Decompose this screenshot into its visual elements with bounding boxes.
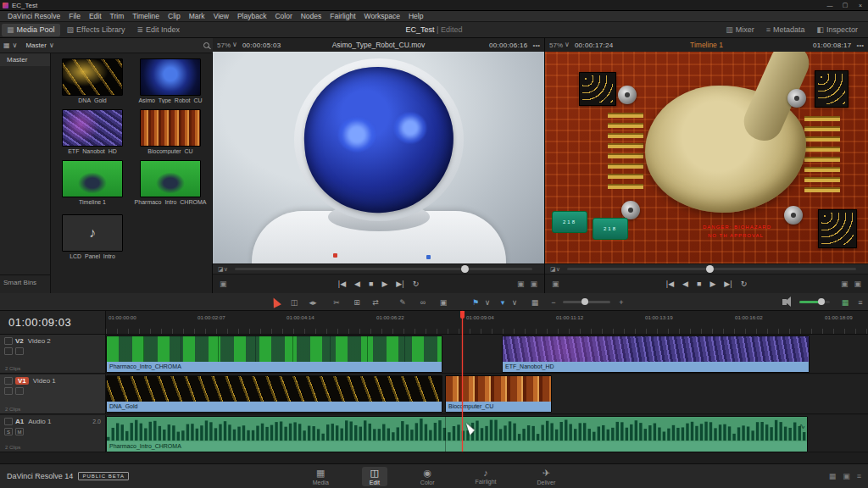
- source-play-reverse-button[interactable]: ◀: [354, 280, 360, 288]
- thumbnail-view-icon[interactable]: ▦: [3, 42, 10, 49]
- audio-level-slider[interactable]: [799, 301, 830, 303]
- menu-timeline[interactable]: Timeline: [128, 12, 164, 20]
- source-mark-out-icon[interactable]: ▣: [530, 280, 537, 288]
- source-options-kebab-icon[interactable]: •••: [533, 42, 540, 49]
- zoom-slider-knob[interactable]: [581, 298, 588, 305]
- timeline-zoom-chevron-icon[interactable]: ∨: [565, 42, 570, 48]
- search-icon[interactable]: [203, 42, 209, 48]
- smart-bins-section[interactable]: Smart Bins: [0, 274, 51, 290]
- flag-chevron-icon[interactable]: ∨: [480, 296, 495, 308]
- audio-level-knob[interactable]: [818, 298, 825, 305]
- effects-library-toggle[interactable]: ▧ Effects Library: [62, 24, 131, 36]
- edit-index-toggle[interactable]: ≣ Edit Index: [131, 24, 185, 36]
- menu-fairlight[interactable]: Fairlight: [326, 12, 359, 20]
- menu-view[interactable]: View: [209, 12, 233, 20]
- insert-edit-button[interactable]: ⊞: [349, 296, 364, 308]
- source-jog-bar[interactable]: ◪ ∨: [213, 263, 544, 274]
- inspector-toggle[interactable]: ◧ Inspector: [811, 24, 863, 36]
- timeline-video-frame[interactable]: 218 218 DANGER: BIOHAZARD NO TH APPROVAL: [545, 52, 868, 263]
- media-clip[interactable]: Pharmaco_Intro_CHROMA: [134, 160, 207, 205]
- timeline-play-reverse-button[interactable]: ◀: [682, 280, 688, 288]
- source-zoom-level[interactable]: 57%: [217, 42, 231, 49]
- source-video-frame[interactable]: [213, 52, 544, 263]
- source-play-button[interactable]: ▶: [381, 280, 387, 288]
- menu-file[interactable]: File: [64, 12, 85, 20]
- close-button[interactable]: ×: [853, 0, 868, 10]
- track-lane-a1[interactable]: Pharmaco_Intro_CHROMA ∿: [106, 415, 868, 452]
- timeline-stop-button[interactable]: ■: [697, 280, 701, 288]
- media-pool-toggle[interactable]: ▦ Media Pool: [2, 24, 60, 36]
- menu-edit[interactable]: Edit: [85, 12, 106, 20]
- menu-clip[interactable]: Clip: [164, 12, 185, 20]
- media-clip[interactable]: DNA_Gold: [56, 58, 129, 103]
- timeline-view-mode-icon[interactable]: ◪: [550, 266, 556, 273]
- mute-button[interactable]: M: [15, 428, 24, 435]
- timeline-gang-icon[interactable]: ▣: [552, 280, 559, 288]
- source-gang-icon[interactable]: ▣: [220, 280, 227, 288]
- timeline-jog-bar[interactable]: ◪ ∨: [545, 263, 868, 274]
- track-enable-icon[interactable]: [15, 387, 24, 395]
- marker-chevron-icon[interactable]: ∨: [507, 296, 522, 308]
- menu-color[interactable]: Color: [270, 12, 296, 20]
- media-clip[interactable]: Timeline 1: [56, 160, 129, 205]
- mixer-toggle[interactable]: ▥ Mixer: [721, 24, 760, 36]
- menu-workspace[interactable]: Workspace: [360, 12, 404, 20]
- view-options-chevron-icon[interactable]: ∨: [13, 42, 18, 49]
- timeline-view-chevron-icon[interactable]: ∨: [556, 266, 560, 272]
- timeline-last-frame-button[interactable]: ▶|: [724, 280, 732, 288]
- timeline-clip-etf-nanobot[interactable]: ETF_Nanobot_HD: [502, 336, 810, 373]
- page-media[interactable]: ▦ Media: [305, 467, 337, 486]
- timeline-play-button[interactable]: ▶: [709, 280, 715, 288]
- timeline-zoom-slider[interactable]: [563, 301, 610, 303]
- auto-select-icon[interactable]: [4, 347, 13, 355]
- menu-nodes[interactable]: Nodes: [297, 12, 326, 20]
- page-deliver[interactable]: ✈ Deliver: [529, 467, 563, 486]
- track-header-v2[interactable]: V2 Video 2 2 Clips: [0, 335, 106, 374]
- media-clip[interactable]: ♪ LCD_Panel_Intro: [56, 214, 129, 259]
- bin-item-master[interactable]: Master: [0, 53, 50, 66]
- snapping-button[interactable]: ▣: [436, 296, 451, 308]
- menu-mark[interactable]: Mark: [185, 12, 209, 20]
- pen-tool-button[interactable]: ✎: [395, 296, 410, 308]
- timeline-clip-pharmaco-v2[interactable]: Pharmaco_Intro_CHROMA: [106, 336, 442, 373]
- minimize-button[interactable]: —: [822, 0, 837, 10]
- selection-tool-button[interactable]: [268, 296, 283, 308]
- menu-davinci-resolve[interactable]: DaVinci Resolve: [3, 12, 64, 20]
- metadata-toggle[interactable]: ≡ Metadata: [761, 24, 810, 36]
- timeline-options-kebab-icon[interactable]: •••: [857, 42, 864, 49]
- track-enable-icon[interactable]: [15, 347, 24, 355]
- bin-path[interactable]: Master: [25, 42, 46, 49]
- timeline-scrub-handle[interactable]: [706, 265, 714, 273]
- menu-help[interactable]: Help: [404, 12, 427, 20]
- page-edit[interactable]: ◫ Edit: [362, 467, 387, 486]
- menu-trim[interactable]: Trim: [106, 12, 129, 20]
- source-first-frame-button[interactable]: |◀: [338, 280, 346, 288]
- timeline-loop-button[interactable]: ↻: [741, 280, 748, 288]
- solo-button[interactable]: S: [4, 428, 13, 435]
- lock-icon[interactable]: [4, 418, 13, 425]
- source-loop-button[interactable]: ↻: [413, 280, 420, 288]
- page-color[interactable]: ◉ Color: [413, 467, 442, 486]
- timeline-zoom-level[interactable]: 57%: [549, 42, 563, 49]
- source-mark-in-icon[interactable]: ▣: [517, 280, 525, 288]
- dynamic-trim-button[interactable]: ◂▸: [305, 296, 320, 308]
- auto-select-icon[interactable]: [4, 387, 13, 395]
- zoom-in-button[interactable]: +: [614, 296, 629, 308]
- timeline-mark-in-icon[interactable]: ▣: [841, 280, 849, 288]
- source-view-mode-icon[interactable]: ◪: [218, 266, 224, 273]
- razor-edit-button[interactable]: ✂: [329, 296, 344, 308]
- track-header-a1[interactable]: A1 Audio 1 2.0 S M 2 Clips: [0, 415, 106, 452]
- source-stop-button[interactable]: ■: [369, 280, 373, 288]
- menu-playback[interactable]: Playback: [233, 12, 271, 20]
- maximize-button[interactable]: ▢: [837, 0, 853, 10]
- timeline-display-mode-button[interactable]: ▦: [837, 296, 853, 308]
- lock-icon[interactable]: [4, 337, 13, 345]
- zoom-out-button[interactable]: −: [546, 296, 561, 308]
- timeline-clip-biocomputer[interactable]: Biocomputer_CU: [445, 375, 552, 413]
- playhead[interactable]: [462, 311, 463, 452]
- media-clip[interactable]: Asimo_Type_Robot_CU: [134, 58, 207, 103]
- track-header-v1[interactable]: V1 Video 1 2 Clips: [0, 374, 106, 414]
- timeline-mark-out-icon[interactable]: ▣: [854, 280, 861, 288]
- playhead-head[interactable]: [460, 311, 465, 319]
- timeline-scrub-track[interactable]: [567, 268, 856, 270]
